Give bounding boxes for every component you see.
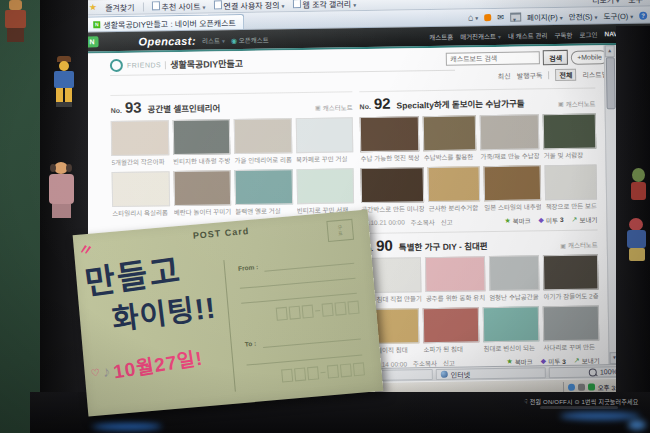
cast-thumbnail-image[interactable] (480, 114, 540, 150)
thumb-cell[interactable]: 일본 스타일의 내추럴 (484, 165, 542, 212)
thumb-cell[interactable]: 가죽/재료 만능 수납장 (480, 114, 540, 161)
divider (548, 71, 549, 79)
lego-minifig (626, 218, 650, 264)
thumb-cell[interactable]: 침대로 변신이 되는 (483, 306, 540, 353)
more-button[interactable]: 더보기 (592, 0, 619, 5)
thumb-cell[interactable]: 가을 인테리어로 리폼 (234, 118, 292, 165)
cast-thumbnail-image[interactable] (172, 119, 230, 155)
cast-title-link[interactable]: 특별한 가구 DIY - 침대편 (399, 239, 488, 252)
metoo-button[interactable]: ◆미투3 (538, 214, 563, 224)
thumb-cell[interactable]: 베란다 놀이터 꾸미기 (173, 170, 231, 217)
print-icon[interactable] (510, 13, 521, 22)
casternote-link[interactable]: ▣캐스터노트 (560, 239, 598, 250)
suggested-sites-button[interactable]: 추천 사이트 (151, 0, 205, 12)
thumb-cell[interactable]: 블랙앤 옐로 거실 (235, 169, 293, 216)
favorites-button[interactable]: 즐겨찾기 (105, 1, 135, 12)
thumb-cell[interactable]: 엄청난 수납공간을 (488, 255, 539, 302)
cast-number: 93 (125, 100, 142, 115)
copy-address-link[interactable]: 주소복사 (411, 216, 435, 226)
filter-subscribe[interactable]: 발행구독 (517, 70, 543, 80)
home-icon[interactable]: ⌂ (468, 13, 479, 22)
thumb-cell[interactable]: 5개월간의 작은아파 (111, 120, 169, 167)
cast-thumbnail-image[interactable] (296, 168, 354, 204)
cast-thumbnail-image[interactable] (543, 113, 596, 149)
report-link[interactable]: 신고 (443, 358, 455, 368)
link-cast-home[interactable]: 캐스트홈 (429, 31, 453, 41)
send-button[interactable]: ↗보내기 (571, 214, 597, 224)
cast-thumbnail-image[interactable] (423, 115, 476, 151)
page-menu-button[interactable]: 페이지(P) (527, 11, 563, 23)
thumb-cell[interactable]: 소파가 된 침대 (423, 307, 480, 354)
cast-thumbnail-image[interactable] (543, 254, 599, 290)
feed-icon[interactable] (484, 14, 491, 21)
cast-thumbnail-image[interactable] (483, 306, 540, 342)
thumb-cell[interactable]: 수납박스를 활용한 (423, 115, 476, 162)
safety-menu-button[interactable]: 안전(S) (569, 10, 598, 21)
help-icon[interactable]: ? (639, 11, 647, 19)
link-my-cast[interactable]: 내 캐스트 관리 (508, 30, 548, 41)
thumb-cell[interactable]: 빈티지한 내츄럴 주방 (172, 119, 230, 166)
cast-thumbnail-image[interactable] (111, 120, 169, 156)
tray-icon[interactable] (568, 384, 575, 391)
thumb-cell[interactable]: 사다리로 꾸며 만든 (543, 305, 600, 352)
link-login[interactable]: 로그인 (579, 29, 597, 39)
cast-thumbnail-image[interactable] (545, 164, 597, 200)
cast-thumbnail-image[interactable] (234, 118, 292, 154)
thumb-cell[interactable]: 북카페로 꾸민 거실 (295, 117, 353, 164)
opencast-nav-home[interactable]: ◉ 오픈캐스트 (231, 34, 269, 45)
bookmark-button[interactable]: ★북마크 (504, 215, 530, 225)
bookmark-button[interactable]: ★북마크 (506, 356, 532, 366)
thumb-cell[interactable]: 스타일리시 욕실리폼 (112, 171, 170, 218)
filter-latest[interactable]: 최신 (498, 71, 511, 81)
thumb-cell[interactable]: 공간박스로 만든 미니장 (361, 167, 425, 214)
search-button[interactable]: 검색 (543, 50, 568, 65)
mobile-button[interactable]: +Mobile (571, 50, 608, 65)
search-input[interactable] (446, 51, 540, 65)
thumb-cell[interactable]: 책장으로 만든 보드 (545, 164, 597, 211)
casternote-link[interactable]: ▣캐스터노트 (558, 98, 596, 109)
cast-thumbnail-image[interactable] (428, 166, 480, 202)
cast-thumbnail-image[interactable] (360, 116, 420, 152)
thumb-cell[interactable]: 근사한 분리수거함 (428, 166, 480, 213)
cast-thumbnail-image[interactable] (488, 255, 539, 291)
customize-links-button[interactable]: 연결 사용자 정의 (213, 0, 284, 11)
opencast-logo[interactable]: Opencast: (138, 34, 196, 47)
cast-thumbnail-image[interactable] (543, 305, 600, 341)
thumb-cell[interactable]: 아기가 잠들어도 2층 (543, 254, 599, 301)
thumb-cell[interactable]: 수납 가능한 멋진 책상 (360, 116, 420, 163)
toolbar-tools-button[interactable]: 도구 (628, 0, 643, 4)
tray-icon[interactable] (588, 383, 595, 390)
scroll-up-arrow[interactable]: ▲ (605, 45, 615, 57)
thumb-cell[interactable]: 공주를 위한 동화 유치 (425, 256, 485, 303)
tray-icon[interactable] (578, 384, 585, 391)
cast-title-link[interactable]: 공간별 셀프인테리어 (147, 101, 220, 114)
cast-thumbnail-image[interactable] (484, 165, 542, 201)
link-subscriptions[interactable]: 구독함 (554, 29, 572, 39)
report-link[interactable]: 신고 (441, 216, 453, 226)
cast-thumbnail-image[interactable] (361, 167, 425, 203)
metoo-button[interactable]: ◆미투3 (541, 356, 566, 366)
cast-title[interactable]: 생활목공DIY만들고 (170, 57, 243, 71)
extension-badge-icon[interactable]: N (88, 36, 99, 47)
cast-thumbnail-image[interactable] (112, 171, 170, 207)
copy-address-link[interactable]: 주소복사 (413, 358, 437, 368)
cast-thumbnail-image[interactable] (295, 117, 353, 153)
opencast-nav-list[interactable]: 리스트 (202, 35, 225, 45)
cast-thumbnail-image[interactable] (423, 307, 480, 343)
thumb-cell[interactable]: 거울 및 서랍장 (543, 113, 596, 160)
send-button[interactable]: ↗보내기 (574, 355, 600, 365)
from-label: From : (238, 263, 259, 272)
cast-thumbnail-image[interactable] (425, 256, 485, 292)
mail-icon[interactable]: ✉ (497, 13, 504, 22)
casternote-link[interactable]: ▣캐스터노트 (315, 102, 353, 113)
link-magazine-cast[interactable]: 매거진캐스트 (460, 30, 501, 41)
thumb-cell[interactable]: 빈티지로 꾸민 서재 (296, 168, 354, 215)
cast-thumbnail-image[interactable] (173, 170, 231, 206)
scrollbar-thumb[interactable] (606, 57, 616, 109)
browser-tab[interactable]: N 생활목공DIY만들고 : 네이버 오픈캐스트 (88, 14, 244, 31)
tools-menu-button[interactable]: 도구(O) (603, 10, 633, 21)
web-slice-gallery-button[interactable]: 웹 조각 갤러리 (292, 0, 356, 10)
filter-all[interactable]: 전체 (555, 69, 576, 81)
cast-thumbnail-image[interactable] (235, 169, 293, 205)
cast-title-link[interactable]: Specialty하게 돋보이는 수납가구들 (396, 97, 524, 111)
